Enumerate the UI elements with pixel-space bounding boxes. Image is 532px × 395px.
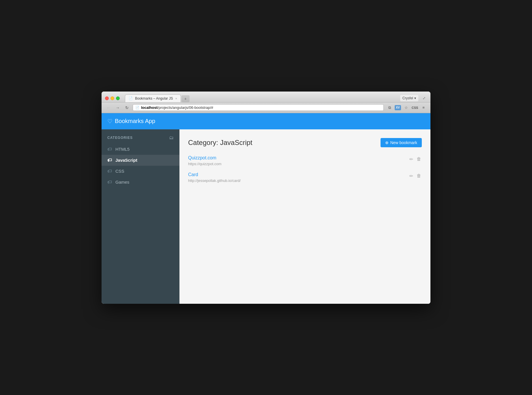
app-header: ♡ Bookmarks App — [102, 113, 430, 129]
sidebar-item-css[interactable]: 🏷 CSS — [102, 166, 179, 177]
url-path: /projects/angularjs/06-bootstrap/# — [158, 105, 213, 110]
sidebar-section-header: CATEGORIES 🗂 — [102, 135, 179, 144]
extension-button[interactable]: XV — [395, 105, 401, 110]
app-title-text: Bookmarks App — [115, 118, 155, 124]
bookmark-info-quizzpot: Quizzpot.com https://quizzpot.com — [188, 155, 409, 166]
bookmark-actions-card: ✏ 🗑 — [409, 173, 422, 179]
app-title: ♡ Bookmarks App — [107, 118, 155, 125]
heart-icon: ♡ — [107, 118, 113, 125]
address-bar[interactable]: 📄 localhost/projects/angularjs/06-bootst… — [133, 104, 384, 111]
tag-icon-css: 🏷 — [107, 169, 112, 174]
app-body: CATEGORIES 🗂 🏷 HTML5 🏷 JavaScript 🏷 CSS — [102, 129, 430, 304]
fullscreen-button[interactable]: ⤢ — [421, 95, 427, 101]
categories-label: CATEGORIES — [107, 136, 133, 140]
bookmark-url-card: http://jessepollak.github.io/card/ — [188, 178, 241, 183]
new-bookmark-button[interactable]: ⊕ New bookmark — [381, 138, 422, 147]
sidebar-item-label-games: Games — [115, 180, 129, 185]
delete-bookmark-quizzpot-button[interactable]: 🗑 — [416, 156, 422, 162]
close-window-button[interactable] — [105, 96, 109, 100]
tag-icon-javascript: 🏷 — [107, 158, 112, 163]
browser-user-menu[interactable]: Crysfel ▾ — [400, 95, 418, 101]
sidebar-item-label-javascript: JavaScript — [115, 158, 137, 163]
user-chevron-icon: ▾ — [414, 96, 416, 100]
maximize-window-button[interactable] — [116, 96, 120, 100]
new-bookmark-label: New bookmark — [390, 140, 417, 145]
tag-icon-html5: 🏷 — [107, 147, 112, 152]
page-icon: 📄 — [135, 106, 139, 109]
bookmark-name-quizzpot[interactable]: Quizzpot.com — [188, 155, 409, 161]
new-bookmark-plus-icon: ⊕ — [385, 140, 389, 145]
delete-bookmark-card-button[interactable]: 🗑 — [416, 173, 422, 179]
url-host: localhost — [141, 105, 158, 110]
tab-bar: 📄 Bookmarks – Angular JS × + — [125, 94, 397, 102]
sidebar-item-html5[interactable]: 🏷 HTML5 — [102, 144, 179, 155]
traffic-lights — [105, 96, 120, 100]
css-button[interactable]: CSS — [411, 104, 418, 111]
tab-page-icon: 📄 — [129, 96, 133, 100]
sidebar-item-javascript[interactable]: 🏷 JavaScript — [102, 155, 179, 166]
sidebar-item-label-css: CSS — [115, 169, 124, 174]
url-display: localhost/projects/angularjs/06-bootstra… — [141, 105, 213, 110]
sidebar: CATEGORIES 🗂 🏷 HTML5 🏷 JavaScript 🏷 CSS — [102, 129, 179, 304]
bookmark-actions-quizzpot: ✏ 🗑 — [409, 156, 422, 163]
browser-toolbar: ← → ↻ 📄 localhost/projects/angularjs/06-… — [102, 103, 430, 113]
toolbar-actions: ⧉ XV ☆ CSS ≡ — [386, 104, 427, 111]
bookmark-item-quizzpot: Quizzpot.com https://quizzpot.com ✏ 🗑 — [188, 155, 422, 166]
back-button[interactable]: ← — [105, 104, 112, 111]
browser-tab-active[interactable]: 📄 Bookmarks – Angular JS × — [125, 94, 181, 102]
tab-close-button[interactable]: × — [175, 97, 177, 100]
forward-button[interactable]: → — [114, 104, 121, 111]
browser-titlebar: 📄 Bookmarks – Angular JS × + Crysfel ▾ ⤢ — [102, 92, 430, 103]
user-name: Crysfel — [402, 96, 413, 100]
reload-button[interactable]: ↻ — [123, 104, 130, 111]
bookmark-name-card[interactable]: Card — [188, 172, 409, 177]
minimize-window-button[interactable] — [110, 96, 114, 100]
main-content: Category: JavaScript ⊕ New bookmark Quiz… — [179, 129, 430, 304]
bookmark-info-card: Card http://jessepollak.github.io/card/ — [188, 172, 409, 183]
bookmark-url-quizzpot: https://quizzpot.com — [188, 162, 222, 166]
add-category-icon[interactable]: 🗂 — [169, 135, 174, 140]
app-window: ♡ Bookmarks App CATEGORIES 🗂 🏷 HTML5 🏷 J… — [102, 113, 430, 304]
sidebar-item-label-html5: HTML5 — [115, 147, 130, 152]
edit-bookmark-quizzpot-button[interactable]: ✏ — [409, 156, 414, 163]
content-header: Category: JavaScript ⊕ New bookmark — [188, 138, 422, 147]
reader-view-button[interactable]: ⧉ — [386, 104, 393, 111]
edit-bookmark-card-button[interactable]: ✏ — [409, 173, 414, 179]
sidebar-item-games[interactable]: 🏷 Games — [102, 177, 179, 188]
category-title: Category: JavaScript — [188, 139, 252, 147]
bookmark-item-card: Card http://jessepollak.github.io/card/ … — [188, 172, 422, 183]
tag-icon-games: 🏷 — [107, 180, 112, 185]
new-tab-button[interactable]: + — [181, 95, 190, 102]
bookmark-star-button[interactable]: ☆ — [403, 104, 410, 111]
menu-button[interactable]: ≡ — [420, 104, 427, 111]
browser-window: 📄 Bookmarks – Angular JS × + Crysfel ▾ ⤢… — [102, 92, 430, 304]
tab-label: Bookmarks – Angular JS — [135, 96, 173, 100]
